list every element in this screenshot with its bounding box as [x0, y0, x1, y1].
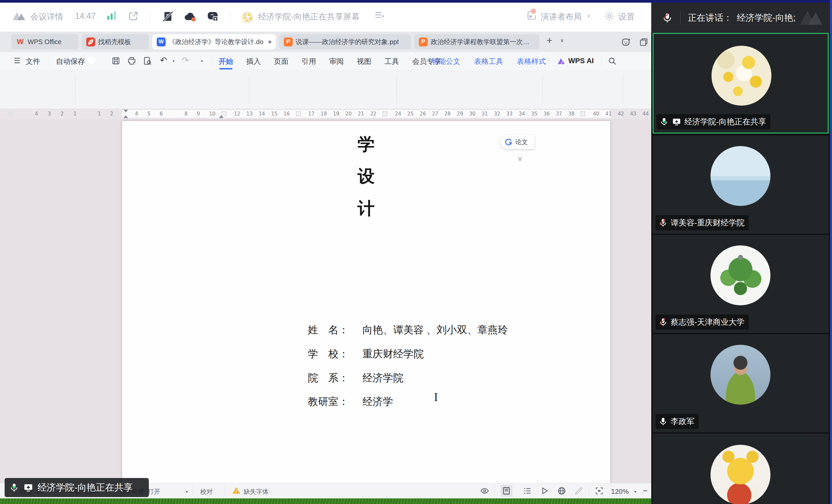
network-signal-icon — [107, 11, 117, 20]
menu-tools[interactable]: 工具 — [385, 57, 399, 66]
caption-translate-icon[interactable] — [206, 10, 219, 22]
status-proofread[interactable]: 校对 — [200, 487, 213, 496]
tab-ppt-2[interactable]: P 政治经济学课程教学联盟第一次集体 — [414, 34, 539, 49]
ruler-number: 34 — [519, 111, 525, 117]
ruler-number: 2 — [60, 111, 64, 117]
page-view-icon — [502, 486, 511, 496]
group-divider — [543, 74, 543, 103]
ruler-number: 13 — [246, 111, 253, 117]
menu-file[interactable]: 文件 — [26, 57, 40, 66]
ink-pen-icon[interactable] — [574, 486, 583, 496]
ruler-number: 4 — [135, 111, 138, 117]
participant-tile-sharer[interactable]: 经济学院-向艳正在共享 — [653, 33, 829, 134]
gear-icon[interactable] — [604, 10, 615, 22]
ruler-number: 15 — [271, 111, 277, 117]
doc-field-name: 姓 名：向艳、谭美容 、刘小双、章燕玲 — [308, 323, 508, 337]
menu-table-style[interactable]: 表格样式 — [517, 57, 546, 66]
print-preview-icon[interactable] — [143, 56, 152, 65]
ruler-number: 2 — [110, 111, 113, 117]
speaker-layout-button[interactable]: 演讲者布局 — [541, 11, 582, 22]
hanging-indent-marker[interactable] — [124, 115, 128, 118]
ruler-number: 33 — [506, 111, 513, 117]
new-tab-button[interactable]: + — [547, 35, 552, 46]
print-icon[interactable] — [127, 56, 136, 65]
menu-home[interactable]: 开始 — [218, 57, 233, 66]
zoom-out-button[interactable]: − — [643, 486, 648, 496]
doc-field-department: 院 系：经济学院 — [308, 371, 403, 385]
document-page[interactable]: 学 设 计 姓 名：向艳、谭美容 、刘小双、章燕玲 学 校：重庆财经学院 院 系… — [122, 121, 610, 483]
cloud-record-icon[interactable] — [183, 11, 197, 22]
save-icon[interactable] — [111, 56, 121, 65]
wps-ribbon: 格式刷 ✂ 粘贴 ▾ ↘ 仿宋▾ 12▾ A+ A− wén文 ▾ B I U▾… — [0, 70, 651, 109]
divider — [680, 11, 680, 24]
mic-muted-icon — [658, 317, 668, 327]
participant-label: 谭美容-重庆财经学院 — [655, 215, 749, 230]
zoom-chevron[interactable]: ▾ — [634, 489, 636, 494]
menu-table-tools[interactable]: 表格工具 — [474, 57, 503, 66]
undo-chevron[interactable]: ▾ — [173, 59, 175, 63]
ruler-number: 20 — [345, 111, 352, 117]
participant-tile[interactable]: 谭美容-重庆财经学院 — [653, 136, 829, 233]
divider — [548, 55, 549, 66]
panel-collapse-chevron[interactable]: ∨ — [518, 155, 522, 163]
participant-tile-partial[interactable] — [653, 433, 829, 504]
quickbar-chevron[interactable]: ▾ — [201, 59, 203, 63]
screen: 会议详情 14:47 经济学院-向艳正在共享屏幕 ☰▾ 演讲者布局 ∨ 设置 W… — [0, 0, 832, 504]
share-list-icon[interactable]: ☰▾ — [375, 10, 384, 20]
paper-assistant-button[interactable]: 论文 — [500, 135, 535, 149]
first-line-indent-marker[interactable] — [124, 110, 128, 113]
menu-view[interactable]: 视图 — [357, 57, 371, 66]
undo-icon[interactable]: ↶ — [160, 56, 167, 64]
menu-reference[interactable]: 引用 — [302, 57, 316, 66]
tab-ppt-1[interactable]: P 说课——政治经济学的研究对象.ppt — [279, 34, 411, 49]
tab-selector-box[interactable] — [8, 111, 15, 117]
ruler-number: 17 — [308, 111, 314, 117]
ruler-number: 25 — [407, 111, 414, 117]
spellcheck-chevron[interactable]: ▾ — [186, 489, 188, 494]
meeting-detail-button[interactable]: 会议详情 — [30, 11, 63, 22]
participant-tile[interactable]: 蔡志强-天津商业大学 — [653, 235, 829, 333]
divider — [212, 55, 212, 66]
open-external-icon[interactable] — [128, 10, 139, 22]
divider — [589, 486, 589, 495]
window-stack-icon[interactable] — [639, 37, 649, 47]
wps-ai-logo-icon — [557, 57, 566, 65]
ruler-number: 16 — [284, 111, 290, 117]
page-view-selected[interactable] — [500, 485, 512, 497]
search-icon[interactable] — [608, 57, 617, 65]
menu-wps-ai[interactable]: WPS AI — [568, 57, 594, 65]
right-indent-marker[interactable] — [219, 115, 224, 118]
participant-tile[interactable]: 李政军 — [653, 334, 829, 432]
avatar — [710, 345, 771, 404]
tab-doc-active[interactable]: W 《政治经济学》导论教学设计.do — [152, 34, 276, 49]
mic-muted-icon[interactable] — [662, 12, 673, 23]
menu-review[interactable]: 审阅 — [329, 57, 344, 66]
zoom-level[interactable]: 120% — [611, 487, 629, 496]
ruler-number: 38 — [568, 111, 574, 117]
status-missing-font[interactable]: 缺失字体 — [244, 487, 269, 496]
web-view-icon[interactable] — [557, 486, 566, 496]
tab-list-chevron[interactable]: ∨ — [561, 37, 564, 44]
divider — [495, 486, 495, 495]
menu-smart-doc[interactable]: 智能公文 — [431, 57, 460, 66]
ai-mascot-icon[interactable] — [621, 37, 631, 47]
read-mode-icon[interactable] — [480, 486, 489, 496]
doc-field-office: 教研室：经济学 — [308, 395, 393, 409]
avatar — [710, 245, 771, 305]
menu-insert[interactable]: 插入 — [246, 57, 261, 66]
sharer-avatar — [242, 11, 254, 23]
settings-button[interactable]: 设置 — [618, 11, 635, 22]
ruler-table-marker — [580, 112, 585, 116]
redo-icon[interactable]: ↷ — [182, 56, 189, 64]
chevron-down-icon: ∨ — [587, 12, 591, 19]
tab-wps-home[interactable]: W WPS Office — [11, 34, 78, 49]
tab-docer-templates[interactable]: 找稻壳模板 — [82, 34, 149, 49]
ruler-number: 37 — [556, 111, 562, 117]
ruler-number: 32 — [494, 111, 500, 117]
ruler-number: 31 — [482, 111, 488, 117]
play-view-icon[interactable] — [540, 486, 549, 496]
doc-disabled-icon[interactable] — [162, 10, 174, 22]
fit-page-icon[interactable] — [595, 486, 604, 496]
menu-page[interactable]: 页面 — [274, 57, 288, 66]
outline-view-icon[interactable] — [523, 486, 532, 496]
